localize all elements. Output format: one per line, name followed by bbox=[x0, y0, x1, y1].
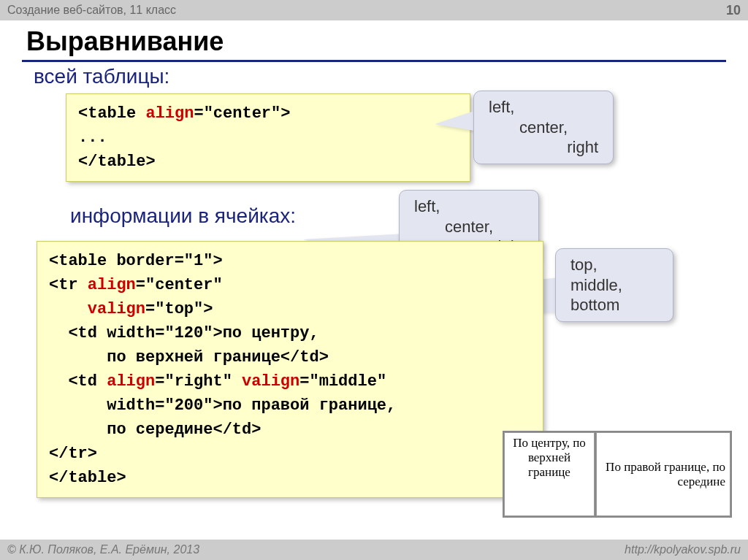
page-number: 10 bbox=[726, 3, 741, 18]
callout-pointer bbox=[435, 110, 478, 131]
code-line: </table> bbox=[78, 150, 458, 174]
callout-align-values: left, center, right bbox=[473, 91, 614, 164]
code-line: </tr> bbox=[49, 442, 531, 466]
callout-valign-values: top, middle, bottom bbox=[555, 248, 673, 322]
section2-heading: информации в ячейках: bbox=[70, 204, 296, 228]
code-line: <td width="120">по центру, bbox=[49, 321, 531, 345]
code-line: </table> bbox=[49, 466, 531, 490]
page-title: Выравнивание bbox=[26, 26, 748, 57]
code-line: по верхней границе</td> bbox=[49, 345, 531, 369]
callout-value: left, bbox=[489, 97, 598, 118]
footer-url: http://kpolyakov.spb.ru bbox=[625, 543, 741, 556]
title-underline bbox=[22, 60, 726, 62]
code-block-table-align: <table align="center"> ... </table> bbox=[66, 93, 470, 182]
footer-copyright: © К.Ю. Поляков, Е.А. Ерёмин, 2013 bbox=[7, 543, 199, 556]
code-block-cell-align: <table border="1"> <tr align="center" va… bbox=[37, 241, 543, 498]
section1-heading: всей таблицы: bbox=[34, 65, 748, 88]
code-line: width="200">по правой границе, bbox=[49, 394, 531, 418]
slide-header: Создание веб-сайтов, 11 класс 10 bbox=[0, 0, 748, 20]
code-line: <table align="center"> bbox=[78, 101, 458, 126]
callout-value: top, bbox=[570, 255, 658, 275]
callout-value: center, bbox=[489, 118, 598, 138]
slide-footer: © К.Ю. Поляков, Е.А. Ерёмин, 2013 http:/… bbox=[0, 540, 748, 560]
code-line: <td align="right" valign="middle" bbox=[49, 369, 531, 394]
callout-value: right bbox=[489, 137, 598, 158]
code-line: <tr align="center" bbox=[49, 273, 531, 297]
course-title: Создание веб-сайтов, 11 класс bbox=[7, 4, 176, 17]
callout-value: bottom bbox=[570, 295, 658, 315]
callout-value: middle, bbox=[570, 275, 658, 296]
callout-value: left, bbox=[414, 196, 524, 217]
example-cell-1: По центру, по верхней границе bbox=[504, 432, 595, 516]
code-line: valign="top"> bbox=[49, 297, 531, 321]
code-line: ... bbox=[78, 126, 458, 150]
example-output-table: По центру, по верхней границе По правой … bbox=[503, 431, 732, 518]
code-line: по середине</td> bbox=[49, 418, 531, 442]
code-line: <table border="1"> bbox=[49, 249, 531, 273]
callout-value: center, bbox=[414, 217, 524, 237]
example-cell-2: По правой границе, по середине bbox=[596, 432, 730, 516]
